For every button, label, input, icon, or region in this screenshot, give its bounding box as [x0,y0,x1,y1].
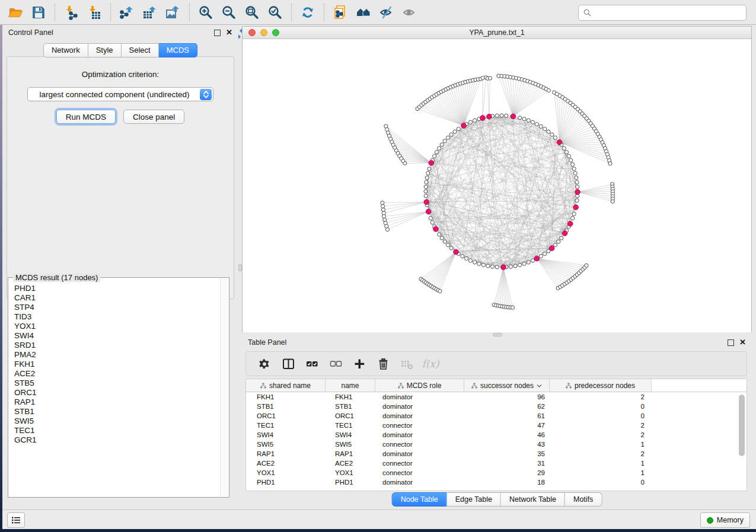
network-node[interactable] [473,261,477,264]
leaf-node[interactable] [608,162,612,165]
network-node[interactable] [572,167,576,171]
leaf-node[interactable] [488,76,492,80]
show-hidden-button[interactable] [400,3,419,22]
mcds-result-item[interactable]: STP4 [14,303,220,312]
save-session-button[interactable] [29,3,48,22]
network-node[interactable] [438,233,441,236]
network-node[interactable] [562,146,566,150]
leaf-node[interactable] [611,200,614,203]
tab-motifs[interactable]: Motifs [565,492,602,507]
network-node[interactable] [518,263,522,267]
network-node[interactable] [575,180,579,184]
network-node[interactable] [461,254,464,258]
deselect-all-button[interactable] [326,355,346,373]
network-node[interactable] [509,265,512,268]
network-node[interactable] [500,114,503,117]
network-node[interactable] [522,262,526,265]
mcds-hub-node[interactable] [501,265,506,270]
network-node[interactable] [424,194,428,198]
network-node[interactable] [572,212,576,216]
leaf-node[interactable] [511,306,514,309]
network-node[interactable] [535,123,538,126]
float-panel-icon[interactable] [214,30,221,36]
network-node[interactable] [505,114,508,117]
mcds-hub-node[interactable] [567,221,573,226]
table-row[interactable]: RAP1RAP1dominator352 [246,449,747,459]
network-node[interactable] [513,264,517,268]
network-node[interactable] [575,176,578,180]
network-node[interactable] [547,130,550,133]
table-splitter-grip[interactable] [493,333,502,336]
network-node[interactable] [473,118,477,122]
network-node[interactable] [495,114,499,117]
network-node[interactable] [543,252,547,255]
close-panel-icon[interactable]: ✕ [226,30,232,36]
mcds-result-item[interactable]: SWI4 [14,331,220,341]
network-node[interactable] [518,116,522,120]
leaf-node[interactable] [438,289,442,293]
tab-node-table[interactable]: Node Table [392,492,447,507]
mcds-result-item[interactable]: CAR1 [14,293,220,303]
network-node[interactable] [527,261,530,264]
mcds-hub-node[interactable] [461,123,467,129]
network-node[interactable] [435,150,438,154]
network-node[interactable] [457,127,460,131]
column-header-name[interactable]: name [326,379,375,392]
network-node[interactable] [468,259,472,262]
leaf-node[interactable] [585,264,588,267]
run-mcds-button[interactable]: Run MCDS [56,110,116,124]
network-node[interactable] [527,118,530,122]
network-node[interactable] [468,120,472,124]
export-network-button[interactable] [117,3,136,22]
tab-select[interactable]: Select [122,43,159,57]
network-node[interactable] [424,190,428,193]
add-column-button[interactable] [349,355,369,373]
leaf-node[interactable] [381,208,385,211]
network-node[interactable] [539,124,543,128]
network-node[interactable] [443,240,446,243]
tab-network[interactable]: Network [43,43,88,57]
network-node[interactable] [453,130,457,133]
tab-mcds[interactable]: MCDS [159,43,197,57]
column-header-predecessor-nodes[interactable]: predecessor nodes [550,379,652,392]
mcds-hub-node[interactable] [480,116,486,121]
network-node[interactable] [553,136,557,139]
mcds-hub-node[interactable] [575,190,580,195]
leaf-node[interactable] [385,227,389,231]
network-node[interactable] [425,180,428,184]
network-node[interactable] [553,243,557,246]
leaf-node[interactable] [384,124,388,128]
network-node[interactable] [446,243,449,246]
function-builder-button[interactable]: f(x) [420,355,441,373]
table-row[interactable]: PHD1PHD1dominator180 [246,477,747,487]
close-table-panel-icon[interactable]: ✕ [739,339,746,345]
select-all-button[interactable] [302,355,322,373]
network-node[interactable] [486,264,490,268]
mcds-hub-node[interactable] [424,200,429,205]
tab-style[interactable]: Style [88,43,122,57]
leaf-node[interactable] [381,204,384,208]
mcds-hub-node[interactable] [573,205,579,210]
table-row[interactable]: SWI4SWI4dominator462 [246,430,747,440]
network-node[interactable] [440,236,444,240]
network-node[interactable] [550,133,554,136]
network-node[interactable] [426,171,430,175]
mcds-result-item[interactable]: TID3 [14,312,220,322]
mcds-hub-node[interactable] [454,249,459,255]
network-node[interactable] [424,185,428,188]
network-node[interactable] [449,133,453,136]
search-input[interactable] [594,7,746,20]
network-node[interactable] [522,117,526,121]
network-node[interactable] [567,154,570,158]
column-header-shared-name[interactable]: shared name [246,379,326,392]
table-row[interactable]: ACE2ACE2connector311 [246,459,747,468]
network-node[interactable] [560,236,563,240]
mcds-hub-node[interactable] [429,161,434,166]
close-panel-button[interactable]: Close panel [123,110,184,124]
zoom-in-button[interactable] [196,3,215,22]
mcds-hub-node[interactable] [557,140,562,145]
table-options-button[interactable] [254,355,275,373]
network-node[interactable] [438,146,441,150]
mcds-result-item[interactable]: YOX1 [14,322,220,331]
column-header-successor-nodes[interactable]: successor nodes [464,379,550,392]
